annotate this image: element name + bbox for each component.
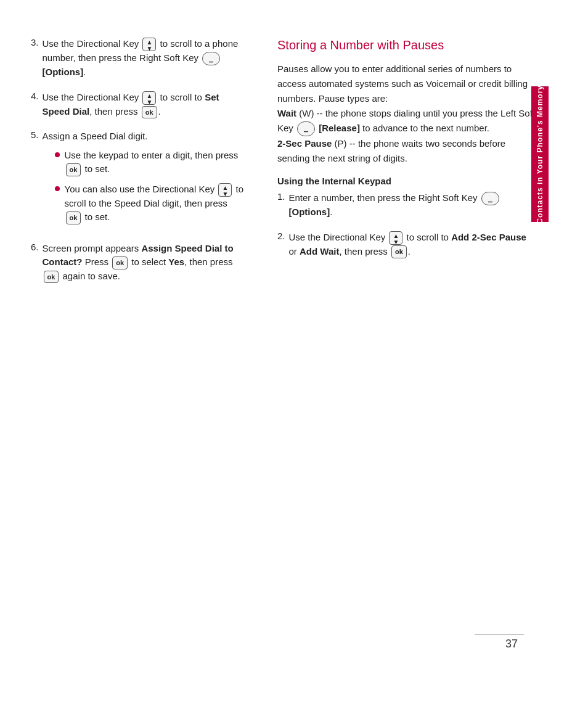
right-list-item-2: 2. Use the Directional Key ▲▼ to scroll … [277,231,536,259]
page-container: 3. Use the Directional Key ▲▼ to scroll … [0,0,588,706]
subheading-internal-keypad: Using the Internal Keypad [277,176,536,186]
item-content-5: Assign a Speed Dial digit. Use the keypa… [43,129,247,231]
sidebar-tab: Contacts in Your Phone's Memory [531,86,549,222]
left-column: 3. Use the Directional Key ▲▼ to scroll … [0,37,265,669]
add-wait-label: Add Wait [300,246,339,257]
bullet-item-5-1: Use the keypad to enter a digit, then pr… [55,149,247,176]
intro-paragraph: Pauses allow you to enter additional ser… [277,62,536,166]
item-number-5: 5. [31,129,39,140]
list-item-4: 4. Use the Directional Key ▲▼ to scroll … [31,91,247,119]
directional-key-icon: ▲▼ [142,38,156,51]
bottom-rule [475,634,524,635]
right-item-content-1: Enter a number, then press the Right Sof… [289,191,536,220]
bullet-dot-2 [55,186,60,191]
list-item-5: 5. Assign a Speed Dial digit. Use the ke… [31,129,247,231]
options-label-r1: [Options] [289,207,330,217]
options-label: [Options] [43,67,84,77]
right-column: Storing a Number with Pauses Pauses allo… [265,37,549,669]
ok-key-icon-5-2: ok [66,211,81,224]
wait-label: Wait [277,108,296,118]
bullet-list-5: Use the keypad to enter a digit, then pr… [55,149,247,224]
pause-label: 2-Sec Pause [277,138,332,149]
list-item-3: 3. Use the Directional Key ▲▼ to scroll … [31,37,247,80]
sidebar-tab-label: Contacts in Your Phone's Memory [536,85,544,224]
bullet-item-5-2: You can also use the Directional Key ▲▼ … [55,183,247,224]
left-soft-key-icon: ⎯ [297,121,315,136]
ok-key-icon-5-1: ok [66,163,81,176]
list-item-6: 6. Screen prompt appears Assign Speed Di… [31,242,247,284]
right-item-number-2: 2. [277,231,285,241]
right-item-number-1: 1. [277,191,285,202]
item-content-6: Screen prompt appears Assign Speed Dial … [43,242,247,284]
set-speed-dial-label: Set Speed Dial [43,92,219,117]
item-content-3: Use the Directional Key ▲▼ to scroll to … [43,37,247,80]
bullet-dot [55,152,60,157]
bullet-text-5-1: Use the keypad to enter a digit, then pr… [65,149,247,176]
yes-label: Yes [168,257,184,267]
directional-key-icon-2: ▲▼ [142,91,156,105]
item-number-3: 3. [31,37,39,47]
ok-key-icon: ok [142,106,157,119]
directional-key-icon-3: ▲▼ [218,183,232,197]
item-number-4: 4. [31,91,39,101]
right-list-item-1: 1. Enter a number, then press the Right … [277,191,536,220]
add-2sec-label: Add 2-Sec Pause [451,232,526,242]
ok-key-icon-r2: ok [391,245,407,258]
right-item-content-2: Use the Directional Key ▲▼ to scroll to … [289,231,536,259]
bullet-text-5-2: You can also use the Directional Key ▲▼ … [65,183,247,224]
page-number: 37 [505,638,518,651]
right-soft-key-icon-r1: ⎯ [481,192,499,206]
item-5-text: Assign a Speed Dial digit. [43,129,247,144]
directional-key-icon-r2: ▲▼ [389,231,402,245]
item-content-4: Use the Directional Key ▲▼ to scroll to … [43,91,247,119]
ok-key-icon-6b: ok [44,271,59,284]
right-soft-key-icon: ⎯ [202,52,220,66]
assign-label: Assign Speed Dial to Contact? [43,243,234,268]
ok-key-icon-6a: ok [112,257,128,269]
item-number-6: 6. [31,242,39,252]
section-title: Storing a Number with Pauses [277,37,536,53]
release-label: [Release] [319,123,360,133]
